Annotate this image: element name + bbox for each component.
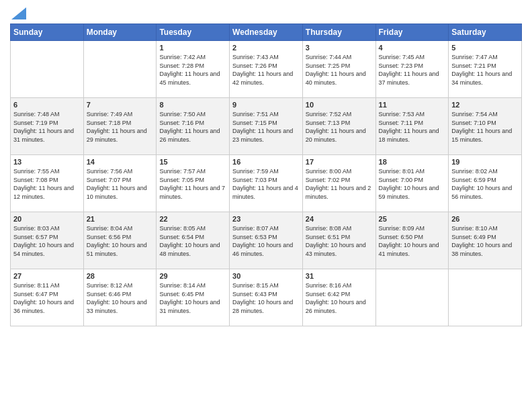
day-number: 24	[306, 215, 373, 223]
day-number: 13	[13, 158, 81, 166]
logo	[10, 7, 26, 18]
day-info: Sunrise: 7:57 AMSunset: 7:05 PMDaylight:…	[159, 167, 226, 201]
day-cell: 17Sunrise: 8:00 AMSunset: 7:02 PMDayligh…	[302, 155, 375, 212]
day-number: 1	[159, 44, 226, 52]
page-header	[10, 7, 522, 18]
day-info: Sunrise: 7:42 AMSunset: 7:28 PMDaylight:…	[159, 53, 226, 87]
calendar-table: SundayMondayTuesdayWednesdayThursdayFrid…	[10, 24, 522, 326]
day-info: Sunrise: 7:45 AMSunset: 7:23 PMDaylight:…	[379, 53, 446, 87]
day-info: Sunrise: 8:12 AMSunset: 6:46 PMDaylight:…	[87, 281, 154, 315]
day-cell: 5Sunrise: 7:47 AMSunset: 7:21 PMDaylight…	[449, 41, 522, 98]
weekday-sunday: Sunday	[11, 24, 84, 41]
day-cell: 16Sunrise: 7:59 AMSunset: 7:03 PMDayligh…	[230, 155, 303, 212]
week-row-1: 1Sunrise: 7:42 AMSunset: 7:28 PMDaylight…	[11, 41, 522, 98]
day-info: Sunrise: 7:55 AMSunset: 7:08 PMDaylight:…	[13, 167, 81, 201]
weekday-thursday: Thursday	[302, 24, 375, 41]
day-number: 15	[159, 158, 226, 166]
day-cell: 20Sunrise: 8:03 AMSunset: 6:57 PMDayligh…	[11, 212, 84, 269]
day-info: Sunrise: 7:48 AMSunset: 7:19 PMDaylight:…	[13, 110, 81, 144]
day-cell: 21Sunrise: 8:04 AMSunset: 6:56 PMDayligh…	[83, 212, 157, 269]
day-cell: 6Sunrise: 7:48 AMSunset: 7:19 PMDaylight…	[11, 98, 84, 155]
day-number: 11	[379, 101, 446, 109]
day-cell	[83, 41, 157, 98]
day-number: 29	[159, 272, 226, 280]
day-number: 19	[451, 158, 519, 166]
day-cell: 25Sunrise: 8:09 AMSunset: 6:50 PMDayligh…	[375, 212, 449, 269]
weekday-friday: Friday	[375, 24, 449, 41]
day-number: 20	[13, 215, 81, 223]
day-number: 21	[87, 215, 154, 223]
day-number: 25	[379, 215, 446, 223]
weekday-tuesday: Tuesday	[157, 24, 230, 41]
day-number: 30	[232, 272, 300, 280]
day-cell: 26Sunrise: 8:10 AMSunset: 6:49 PMDayligh…	[449, 212, 522, 269]
day-number: 14	[87, 158, 154, 166]
day-cell: 30Sunrise: 8:15 AMSunset: 6:43 PMDayligh…	[230, 269, 303, 326]
day-number: 16	[232, 158, 300, 166]
day-cell: 23Sunrise: 8:07 AMSunset: 6:53 PMDayligh…	[230, 212, 303, 269]
day-number: 10	[306, 101, 373, 109]
day-number: 2	[232, 44, 300, 52]
day-number: 31	[306, 272, 373, 280]
day-cell: 3Sunrise: 7:44 AMSunset: 7:25 PMDaylight…	[302, 41, 375, 98]
day-cell: 24Sunrise: 8:08 AMSunset: 6:51 PMDayligh…	[302, 212, 375, 269]
day-info: Sunrise: 8:01 AMSunset: 7:00 PMDaylight:…	[379, 167, 446, 201]
day-info: Sunrise: 8:03 AMSunset: 6:57 PMDaylight:…	[13, 224, 81, 258]
day-cell: 29Sunrise: 8:14 AMSunset: 6:45 PMDayligh…	[157, 269, 230, 326]
day-number: 12	[451, 101, 519, 109]
day-info: Sunrise: 8:11 AMSunset: 6:47 PMDaylight:…	[13, 281, 81, 315]
day-number: 17	[306, 158, 373, 166]
day-number: 6	[13, 101, 81, 109]
day-cell: 11Sunrise: 7:53 AMSunset: 7:11 PMDayligh…	[375, 98, 449, 155]
day-info: Sunrise: 7:47 AMSunset: 7:21 PMDaylight:…	[451, 53, 519, 87]
day-cell: 9Sunrise: 7:51 AMSunset: 7:15 PMDaylight…	[230, 98, 303, 155]
day-number: 7	[87, 101, 154, 109]
day-info: Sunrise: 7:53 AMSunset: 7:11 PMDaylight:…	[379, 110, 446, 144]
day-info: Sunrise: 7:44 AMSunset: 7:25 PMDaylight:…	[306, 53, 373, 87]
day-cell: 15Sunrise: 7:57 AMSunset: 7:05 PMDayligh…	[157, 155, 230, 212]
day-cell: 8Sunrise: 7:50 AMSunset: 7:16 PMDaylight…	[157, 98, 230, 155]
logo-text	[10, 7, 26, 19]
weekday-header-row: SundayMondayTuesdayWednesdayThursdayFrid…	[11, 24, 522, 41]
logo-icon	[11, 7, 26, 19]
day-cell: 4Sunrise: 7:45 AMSunset: 7:23 PMDaylight…	[375, 41, 449, 98]
week-row-4: 20Sunrise: 8:03 AMSunset: 6:57 PMDayligh…	[11, 212, 522, 269]
day-cell: 2Sunrise: 7:43 AMSunset: 7:26 PMDaylight…	[230, 41, 303, 98]
day-cell	[449, 269, 522, 326]
day-cell: 14Sunrise: 7:56 AMSunset: 7:07 PMDayligh…	[83, 155, 157, 212]
day-info: Sunrise: 8:02 AMSunset: 6:59 PMDaylight:…	[451, 167, 519, 201]
week-row-3: 13Sunrise: 7:55 AMSunset: 7:08 PMDayligh…	[11, 155, 522, 212]
day-info: Sunrise: 8:14 AMSunset: 6:45 PMDaylight:…	[159, 281, 226, 315]
day-number: 9	[232, 101, 300, 109]
day-cell: 10Sunrise: 7:52 AMSunset: 7:13 PMDayligh…	[302, 98, 375, 155]
day-info: Sunrise: 8:00 AMSunset: 7:02 PMDaylight:…	[306, 167, 373, 201]
day-cell: 1Sunrise: 7:42 AMSunset: 7:28 PMDaylight…	[157, 41, 230, 98]
weekday-monday: Monday	[83, 24, 157, 41]
day-number: 27	[13, 272, 81, 280]
day-info: Sunrise: 8:16 AMSunset: 6:42 PMDaylight:…	[306, 281, 373, 315]
day-info: Sunrise: 7:49 AMSunset: 7:18 PMDaylight:…	[87, 110, 154, 144]
day-info: Sunrise: 7:43 AMSunset: 7:26 PMDaylight:…	[232, 53, 300, 87]
day-number: 8	[159, 101, 226, 109]
day-info: Sunrise: 8:05 AMSunset: 6:54 PMDaylight:…	[159, 224, 226, 258]
day-cell: 31Sunrise: 8:16 AMSunset: 6:42 PMDayligh…	[302, 269, 375, 326]
day-cell: 18Sunrise: 8:01 AMSunset: 7:00 PMDayligh…	[375, 155, 449, 212]
day-cell	[375, 269, 449, 326]
day-info: Sunrise: 8:10 AMSunset: 6:49 PMDaylight:…	[451, 224, 519, 258]
day-info: Sunrise: 7:56 AMSunset: 7:07 PMDaylight:…	[87, 167, 154, 201]
day-cell: 13Sunrise: 7:55 AMSunset: 7:08 PMDayligh…	[11, 155, 84, 212]
day-info: Sunrise: 7:59 AMSunset: 7:03 PMDaylight:…	[232, 167, 300, 201]
day-number: 5	[451, 44, 519, 52]
day-number: 23	[232, 215, 300, 223]
day-info: Sunrise: 8:15 AMSunset: 6:43 PMDaylight:…	[232, 281, 300, 315]
day-cell: 12Sunrise: 7:54 AMSunset: 7:10 PMDayligh…	[449, 98, 522, 155]
day-cell: 19Sunrise: 8:02 AMSunset: 6:59 PMDayligh…	[449, 155, 522, 212]
day-number: 26	[451, 215, 519, 223]
week-row-5: 27Sunrise: 8:11 AMSunset: 6:47 PMDayligh…	[11, 269, 522, 326]
day-info: Sunrise: 8:09 AMSunset: 6:50 PMDaylight:…	[379, 224, 446, 258]
day-number: 4	[379, 44, 446, 52]
day-info: Sunrise: 7:52 AMSunset: 7:13 PMDaylight:…	[306, 110, 373, 144]
day-cell: 28Sunrise: 8:12 AMSunset: 6:46 PMDayligh…	[83, 269, 157, 326]
day-cell: 7Sunrise: 7:49 AMSunset: 7:18 PMDaylight…	[83, 98, 157, 155]
day-cell	[11, 41, 84, 98]
